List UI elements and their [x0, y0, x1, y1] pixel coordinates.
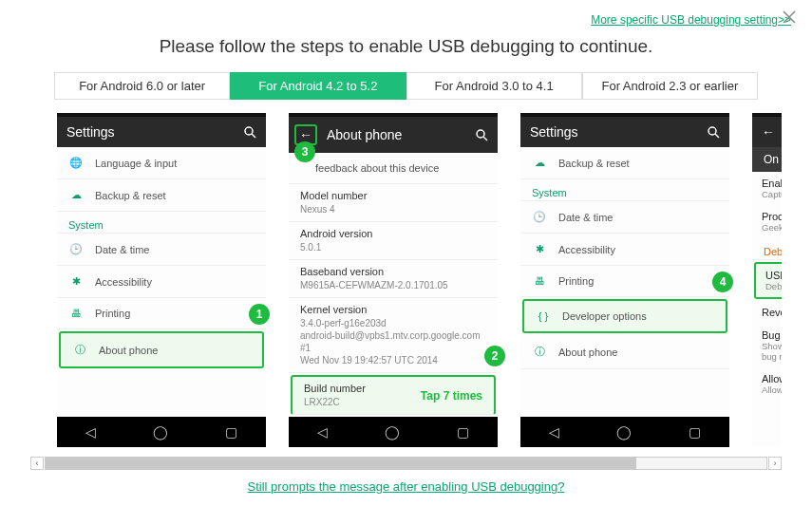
list-item: 🖶Printing 4 — [520, 266, 729, 297]
more-settings-link-wrap: More specific USB debugging setting>> — [21, 13, 791, 27]
braces-icon: { } — [536, 310, 551, 322]
search-icon — [243, 125, 256, 139]
dev-bug-report: Bug report shortShow a button in th bug … — [752, 324, 782, 367]
print-icon: 🖶 — [532, 275, 547, 287]
tab-android-6[interactable]: For Android 6.0 or later — [54, 72, 230, 100]
phone3-title: Settings — [530, 124, 578, 140]
dev-bluetooth: Enable BluetoothCapture all bluetoot — [752, 172, 782, 205]
step-badge-4: 4 — [712, 272, 733, 292]
build-number-highlighted: Build numberLRX22C Tap 7 times — [291, 375, 496, 415]
usb-debugging-highlighted: USB debuggingDebug mode when — [754, 262, 782, 299]
phone3-header: Settings — [520, 117, 729, 147]
tab-android-3[interactable]: For Android 3.0 to 4.1 — [406, 72, 582, 100]
info-icon: ⓘ — [72, 343, 87, 357]
list-item: 🖶Printing 1 — [57, 298, 266, 329]
clock-icon: 🕒 — [68, 243, 84, 255]
phone2-header: ← About phone 3 — [289, 117, 498, 153]
recent-icon: ▢ — [457, 424, 469, 440]
android-version-tabs: For Android 6.0 or later For Android 4.2… — [54, 72, 758, 100]
info-baseband: Baseband versionM9615A-CEFWMAZM-2.0.1701… — [289, 260, 498, 298]
tap-7-times-label: Tap 7 times — [421, 389, 482, 403]
list-item: ☁Backup & reset — [57, 179, 266, 212]
instruction-screenshots: Settings 🌐Language & input ☁Backup & res… — [30, 113, 782, 453]
svg-line-5 — [715, 134, 719, 138]
tab-android-2-3[interactable]: For Android 2.3 or earlier — [582, 72, 758, 100]
recent-icon: ▢ — [225, 424, 237, 440]
list-item: ✱Accessibility — [57, 266, 266, 298]
scroll-right-arrow[interactable]: › — [768, 457, 782, 470]
globe-icon: 🌐 — [68, 157, 84, 169]
accessibility-icon: ✱ — [532, 243, 547, 255]
recent-icon: ▢ — [689, 424, 701, 440]
cloud-icon: ☁ — [68, 189, 84, 201]
svg-point-4 — [708, 127, 716, 135]
dev-revoke: Revoke USB debu — [752, 301, 782, 324]
home-icon: ◯ — [153, 424, 168, 440]
back-icon: ← — [762, 124, 775, 140]
scroll-left-arrow[interactable]: ‹ — [30, 457, 44, 470]
search-icon — [707, 125, 720, 139]
list-item: ✱Accessibility — [520, 234, 729, 266]
step-badge-3: 3 — [294, 141, 315, 162]
screenshot-step-4-partial: ← Develop On Enable BluetoothCapture all… — [752, 113, 782, 447]
list-item: feedback about this device — [289, 153, 498, 184]
info-android-version: Android version5.0.1 — [289, 222, 498, 260]
list-item: ☁Backup & reset — [520, 147, 729, 179]
home-icon: ◯ — [616, 424, 632, 440]
still-prompts-link[interactable]: Still prompts the message after enabling… — [248, 479, 565, 494]
list-item: ⓘAbout phone — [520, 335, 729, 369]
about-phone-highlighted: ⓘAbout phone — [59, 331, 264, 368]
info-icon: ⓘ — [532, 345, 547, 359]
step-badge-1: 1 — [249, 304, 270, 325]
svg-point-0 — [245, 127, 253, 135]
search-icon — [475, 128, 488, 141]
svg-line-3 — [483, 137, 487, 141]
info-kernel: Kernel version3.4.0-perf-g16e203d androi… — [289, 298, 498, 373]
accessibility-icon: ✱ — [68, 275, 84, 288]
print-icon: 🖶 — [68, 308, 84, 319]
back-icon: ◁ — [85, 424, 96, 440]
list-item: 🌐Language & input — [57, 147, 266, 179]
phone1-header: Settings — [57, 117, 266, 147]
dev-mock-location: Allow mock locatAllow mock locatio — [752, 367, 782, 401]
close-button[interactable] — [780, 8, 799, 27]
scroll-thumb[interactable] — [46, 458, 636, 469]
clock-icon: 🕒 — [532, 211, 547, 223]
svg-line-1 — [252, 134, 255, 138]
section-system: System — [57, 212, 266, 234]
screenshot-step-2: ← About phone 3 feedback about this devi… — [289, 113, 498, 447]
screenshot-step-1: Settings 🌐Language & input ☁Backup & res… — [57, 113, 266, 447]
svg-point-2 — [477, 130, 484, 138]
phone2-title: About phone — [327, 127, 402, 142]
horizontal-scrollbar[interactable]: ‹ › — [30, 457, 782, 470]
dev-process-stats: Process StatsGeeky stats about r — [752, 205, 782, 238]
info-model: Model numberNexus 4 — [289, 184, 498, 222]
list-item: 🕒Date & time — [520, 201, 729, 234]
step-badge-2: 2 — [484, 346, 505, 366]
android-navbar: ◁◯▢ — [520, 417, 729, 447]
developer-options-highlighted: { }Developer options — [522, 299, 727, 333]
close-icon — [783, 10, 796, 24]
android-navbar: ◁◯▢ — [57, 417, 266, 447]
screenshot-step-3: Settings ☁Backup & reset System 🕒Date & … — [520, 113, 729, 447]
dialog-title: Please follow the steps to enable USB de… — [21, 36, 791, 57]
scroll-track[interactable] — [45, 457, 767, 470]
phone1-title: Settings — [66, 124, 115, 140]
list-item: 🕒Date & time — [57, 234, 266, 266]
dev-on-bar: On — [752, 147, 782, 172]
android-navbar: ◁◯▢ — [289, 417, 498, 447]
home-icon: ◯ — [385, 424, 400, 440]
section-debugging: Debugging — [752, 238, 782, 260]
back-icon: ◁ — [549, 424, 559, 440]
still-prompts-link-wrap: Still prompts the message after enabling… — [21, 478, 791, 495]
tab-android-4-2[interactable]: For Android 4.2 to 5.2 — [230, 72, 406, 100]
phone4-header: ← Develop — [752, 117, 782, 147]
section-system: System — [520, 179, 729, 201]
back-icon: ◁ — [317, 424, 328, 440]
more-settings-link[interactable]: More specific USB debugging setting>> — [591, 13, 791, 27]
cloud-icon: ☁ — [532, 157, 547, 169]
